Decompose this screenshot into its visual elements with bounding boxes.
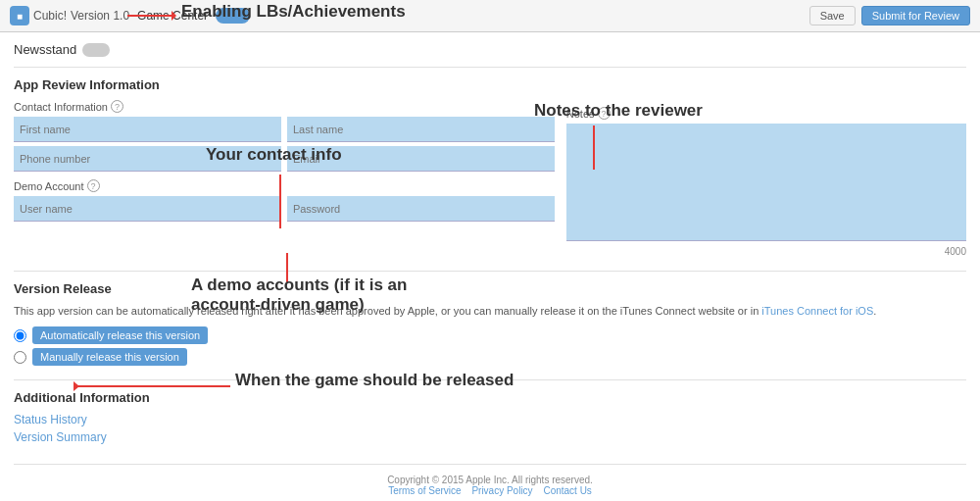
contact-name-row: [14, 117, 555, 142]
svg-marker-6: [74, 381, 79, 391]
privacy-link[interactable]: Privacy Policy: [471, 485, 532, 496]
last-name-input[interactable]: [287, 117, 555, 142]
notes-char-count: 4000: [566, 246, 966, 257]
phone-input[interactable]: [14, 146, 281, 172]
app-logo: ■ Cubic! Version 1.0: [10, 6, 129, 25]
header-left: ■ Cubic! Version 1.0 Game Center: [10, 6, 250, 25]
game-center-toggle[interactable]: [216, 8, 250, 24]
save-button[interactable]: Save: [809, 6, 856, 25]
username-input[interactable]: [14, 196, 281, 222]
notes-label: Notes ?: [566, 107, 966, 120]
app-name: Cubic!: [33, 9, 67, 23]
version-release-section: Version Release This app version can be …: [14, 271, 966, 366]
manual-release-button[interactable]: Manually release this version: [32, 348, 187, 366]
notes-textarea[interactable]: [566, 124, 966, 241]
status-history-link[interactable]: Status History: [14, 413, 966, 426]
newsstand-row: Newsstand: [14, 42, 966, 68]
footer-links: Terms of Service Privacy Policy Contact …: [24, 485, 956, 496]
header: ■ Cubic! Version 1.0 Game Center Enablin…: [0, 0, 980, 32]
first-name-input[interactable]: [14, 117, 281, 142]
version-summary-link[interactable]: Version Summary: [14, 430, 966, 444]
auto-release-row: Automatically release this version: [14, 326, 966, 344]
password-input[interactable]: [287, 196, 555, 222]
manual-release-row: Manually release this version: [14, 348, 966, 366]
notes-section: Notes ? 4000: [566, 107, 966, 257]
app-version: Version 1.0: [71, 9, 129, 23]
additional-info-title: Additional Information: [14, 390, 966, 405]
contact-phone-row: [14, 146, 555, 172]
submit-button[interactable]: Submit for Review: [861, 6, 970, 25]
footer: Copyright © 2015 Apple Inc. All rights r…: [14, 464, 966, 501]
logo-icon: ■: [10, 6, 29, 25]
header-right: Save Submit for Review: [809, 6, 970, 25]
auto-release-radio[interactable]: [14, 329, 26, 342]
demo-account-label: Demo Account ?: [14, 179, 555, 192]
right-column: Notes ? 4000: [566, 77, 966, 257]
newsstand-label: Newsstand: [14, 42, 76, 57]
app-review-title: App Review Information: [14, 77, 555, 92]
newsstand-toggle[interactable]: [82, 43, 110, 57]
notes-help-icon[interactable]: ?: [598, 107, 611, 120]
version-desc: This app version can be automatically re…: [14, 304, 966, 319]
main-content: Your contact info Notes to the reviewer …: [0, 32, 980, 501]
copyright: Copyright © 2015 Apple Inc. All rights r…: [24, 475, 956, 485]
demo-credentials-row: [14, 196, 555, 222]
demo-help-icon[interactable]: ?: [87, 179, 100, 192]
contact-info-label: Contact Information ?: [14, 100, 555, 113]
version-release-title: Version Release: [14, 281, 966, 296]
terms-link[interactable]: Terms of Service: [388, 485, 461, 496]
itunes-connect-link[interactable]: iTunes Connect for iOS: [761, 305, 873, 317]
two-col-layout: App Review Information Contact Informati…: [14, 77, 966, 257]
auto-release-button[interactable]: Automatically release this version: [32, 326, 208, 344]
contact-link[interactable]: Contact Us: [543, 485, 591, 496]
contact-help-icon[interactable]: ?: [111, 100, 123, 113]
left-column: App Review Information Contact Informati…: [14, 77, 555, 257]
game-center-label: Game Center: [137, 9, 208, 23]
email-input[interactable]: [287, 146, 555, 172]
demo-account-section: Demo Account ?: [14, 179, 555, 222]
manual-release-radio[interactable]: [14, 351, 26, 364]
